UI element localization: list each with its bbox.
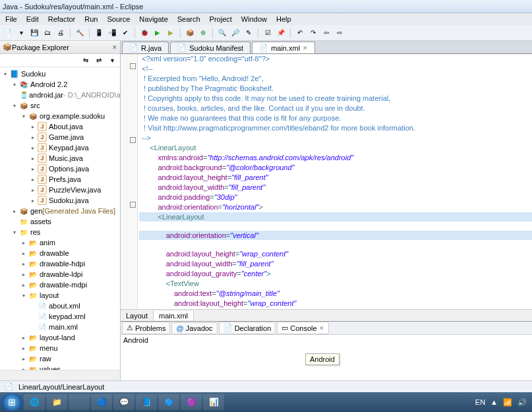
back-icon[interactable]: ↶ bbox=[295, 28, 305, 38]
menu-source[interactable]: Source bbox=[103, 14, 134, 24]
tree-node[interactable]: ▸Music.java bbox=[0, 153, 120, 163]
tree-node[interactable]: ▸Keypad.java bbox=[0, 142, 120, 153]
tree-node[interactable]: ▾src bbox=[0, 100, 120, 111]
build-icon[interactable]: 🔨 bbox=[74, 28, 85, 38]
editor-tab-sudoku-manifest[interactable]: 📄Sudoku Manifest bbox=[170, 42, 251, 53]
tab-layout[interactable]: Layout bbox=[121, 311, 154, 320]
tree-node[interactable]: ▸About.java bbox=[0, 121, 120, 132]
menu-project[interactable]: Project bbox=[206, 14, 236, 24]
tree-node[interactable]: ▸Game.java bbox=[0, 132, 120, 142]
link-editor-icon[interactable]: ⇄ bbox=[94, 55, 104, 66]
new-pkg-icon[interactable]: 📦 bbox=[185, 28, 195, 38]
tree-node[interactable]: ▸raw bbox=[0, 353, 120, 364]
tree-node[interactable]: ▸values bbox=[0, 364, 120, 370]
dropdown-icon[interactable]: ▾ bbox=[16, 28, 26, 38]
menu-run[interactable]: Run bbox=[80, 14, 102, 24]
annotate-icon[interactable]: ✎ bbox=[243, 28, 254, 38]
tab-problems[interactable]: ⚠Problems bbox=[122, 322, 170, 334]
tree-node[interactable]: ▸Sudoku.java bbox=[0, 195, 120, 206]
editor-tab-r-java[interactable]: 📄R.java bbox=[122, 42, 169, 53]
nav-fwd-icon[interactable]: ⇨ bbox=[334, 28, 345, 38]
lint-icon[interactable]: ✔ bbox=[120, 28, 131, 38]
new-icon[interactable]: 📄 bbox=[3, 28, 13, 38]
close-icon[interactable]: ✕ bbox=[303, 45, 308, 51]
tree-node[interactable]: ▾Android 2.2 bbox=[0, 79, 120, 90]
menubar: FileEditRefactorRunSourceNavigateSearchP… bbox=[0, 13, 532, 25]
sdk-icon[interactable]: 📱 bbox=[94, 28, 104, 38]
tray-flag-icon[interactable]: ▲ bbox=[490, 398, 498, 406]
tree-node[interactable]: ▸anim bbox=[0, 237, 120, 248]
tab-console[interactable]: ▭Console ✕ bbox=[277, 322, 328, 334]
tree-node[interactable]: ▾layout bbox=[0, 290, 120, 301]
tree-node[interactable]: ▾org.example.sudoku bbox=[0, 111, 120, 121]
print-icon[interactable]: 🖨 bbox=[55, 28, 66, 38]
search-icon[interactable]: 🔎 bbox=[230, 28, 241, 38]
new-class-icon[interactable]: ⊕ bbox=[198, 28, 208, 38]
pin-icon[interactable]: 📌 bbox=[276, 28, 286, 38]
tree-node[interactable]: ▸drawable bbox=[0, 248, 120, 258]
tree-node[interactable]: assets bbox=[0, 216, 120, 227]
tree-node[interactable]: ▸menu bbox=[0, 343, 120, 353]
close-icon[interactable]: ✕ bbox=[112, 44, 117, 51]
tab-source[interactable]: main.xml bbox=[154, 311, 194, 320]
manifest-icon: 📄 bbox=[177, 44, 187, 52]
forward-icon[interactable]: ↷ bbox=[308, 28, 318, 38]
collapse-all-icon[interactable]: ⇆ bbox=[80, 55, 91, 66]
taskbar-eclipse-icon[interactable]: 🟣 bbox=[181, 394, 202, 410]
menu-search[interactable]: Search bbox=[173, 14, 204, 24]
tree-node[interactable]: main.xml bbox=[0, 322, 120, 332]
tree-node[interactable]: ▸layout-land bbox=[0, 332, 120, 343]
run-last-icon[interactable]: ▶ bbox=[165, 28, 176, 38]
xml-editor[interactable]: - - - <?xml version="1.0" encoding="utf-… bbox=[121, 54, 532, 309]
taskbar-word-icon[interactable]: 📘 bbox=[136, 394, 157, 410]
tree-node[interactable]: ▸drawable-ldpi bbox=[0, 269, 120, 280]
nav-back-icon[interactable]: ⇦ bbox=[321, 28, 332, 38]
tree-node[interactable]: ▸Prefs.java bbox=[0, 174, 120, 185]
start-button[interactable]: ⊞ bbox=[1, 394, 22, 411]
menu-refactor[interactable]: Refactor bbox=[44, 14, 80, 24]
tray-network-icon[interactable]: 📶 bbox=[503, 398, 512, 407]
view-menu-icon[interactable]: ▾ bbox=[107, 55, 117, 66]
avd-icon[interactable]: 📲 bbox=[107, 28, 117, 38]
menu-help[interactable]: Help bbox=[272, 14, 295, 24]
taskbar-skype-icon[interactable]: 💬 bbox=[113, 394, 134, 410]
tree-node[interactable]: ▾Sudoku bbox=[0, 69, 120, 79]
taskbar-app5-icon[interactable]: 🔷 bbox=[158, 394, 179, 410]
open-type-icon[interactable]: 🔍 bbox=[217, 28, 227, 38]
task-icon[interactable]: ☑ bbox=[262, 28, 273, 38]
menu-edit[interactable]: Edit bbox=[22, 14, 43, 24]
run-icon[interactable]: ▶ bbox=[152, 28, 163, 38]
taskbar-app7-icon[interactable]: 📊 bbox=[203, 394, 224, 410]
horizontal-scrollbar[interactable] bbox=[0, 370, 120, 380]
editor-tab-main-xml[interactable]: 📄main.xml✕ bbox=[252, 42, 315, 53]
menu-file[interactable]: File bbox=[1, 14, 21, 24]
tree-node[interactable]: ▸drawable-mdpi bbox=[0, 280, 120, 290]
package-explorer-tab[interactable]: 📦 Package Explorer ✕ bbox=[0, 41, 120, 54]
tree-node[interactable]: ▸PuzzleView.java bbox=[0, 185, 120, 195]
debug-icon[interactable]: 🐞 bbox=[139, 28, 150, 38]
console-content[interactable]: Android Android bbox=[121, 335, 532, 380]
tree-node[interactable]: keypad.xml bbox=[0, 311, 120, 322]
tree-node[interactable]: ▾res bbox=[0, 227, 120, 237]
taskbar-media-icon[interactable]: 🎵 bbox=[69, 394, 90, 410]
tree-node[interactable]: ▸Options.java bbox=[0, 163, 120, 174]
menu-navigate[interactable]: Navigate bbox=[135, 14, 171, 24]
tree-node[interactable]: ▸drawable-hdpi bbox=[0, 258, 120, 269]
menu-window[interactable]: Window bbox=[237, 14, 271, 24]
package-tree[interactable]: ▾Sudoku▾Android 2.2android.jar - D:\_AND… bbox=[0, 67, 120, 370]
close-icon[interactable]: ✕ bbox=[319, 325, 324, 332]
tab-declaration[interactable]: 📄Declaration bbox=[219, 322, 276, 334]
tree-node[interactable]: android.jar - D:\_ANDROID\androi bbox=[0, 90, 120, 100]
tree-node[interactable]: ▸gen [Generated Java Files] bbox=[0, 206, 120, 216]
taskbar-chrome-icon[interactable]: 🔵 bbox=[91, 394, 112, 410]
save-all-icon[interactable]: 🗂 bbox=[42, 28, 53, 38]
tree-node[interactable]: about.xml bbox=[0, 301, 120, 311]
taskbar-explorer-icon[interactable]: 📁 bbox=[46, 394, 67, 410]
tray-volume-icon[interactable]: 🔊 bbox=[517, 398, 527, 407]
lang-indicator[interactable]: EN bbox=[475, 398, 485, 406]
save-icon[interactable]: 💾 bbox=[29, 28, 40, 38]
editor-tabs: 📄R.java📄Sudoku Manifest📄main.xml✕ bbox=[121, 41, 532, 54]
tab-javadoc[interactable]: @Javadoc bbox=[171, 322, 217, 334]
tooltip: Android bbox=[305, 353, 340, 365]
taskbar-ie-icon[interactable]: 🌐 bbox=[24, 394, 45, 410]
